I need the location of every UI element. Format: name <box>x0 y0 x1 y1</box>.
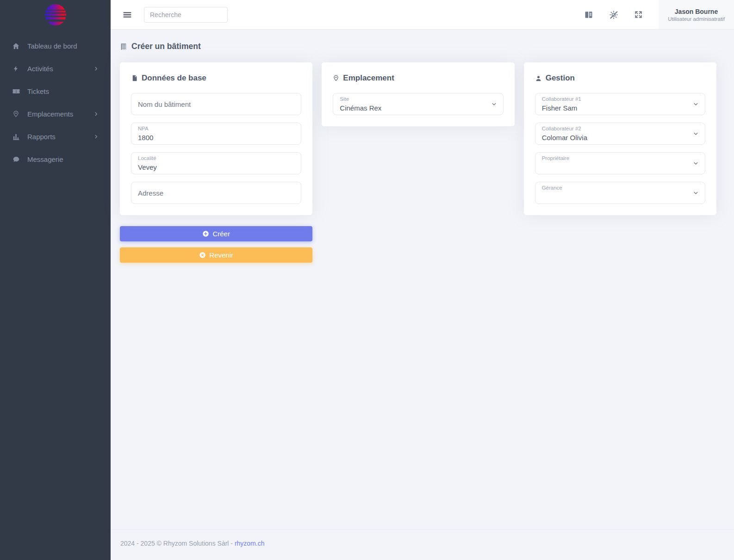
main-column: Jason Bourne Utilisateur adminisatratif … <box>111 0 734 560</box>
localite-value: Vevey <box>138 162 294 172</box>
home-icon <box>12 42 20 50</box>
proprietaire-select[interactable]: Propriétaire <box>535 152 705 174</box>
collaborateur2-select[interactable]: Collaborateur #2 Colomar Olivia <box>535 123 705 145</box>
sidebar-item-tableau-de-bord[interactable]: Tableau de bord <box>0 35 111 57</box>
localite-label: Localité <box>138 154 294 162</box>
back-button[interactable]: Revenir <box>120 247 312 263</box>
gerance-value <box>542 192 698 202</box>
search-input[interactable] <box>144 7 228 23</box>
map-pin-icon <box>12 110 20 118</box>
topbar-actions: Jason Bourne Utilisateur adminisatratif <box>584 0 734 29</box>
chevron-right-icon <box>93 66 99 71</box>
chevron-down-icon <box>491 101 497 107</box>
page-title: Créer un bâtiment <box>120 42 716 51</box>
sidebar: Tableau de bord Activités Tickets Emplac… <box>0 0 111 560</box>
sidebar-item-rapports[interactable]: Rapports <box>0 125 111 148</box>
chevron-down-icon <box>693 101 699 107</box>
sidebar-item-label: Messagerie <box>27 155 63 163</box>
gerance-select[interactable]: Gérance <box>535 182 705 204</box>
ticket-icon <box>12 88 20 95</box>
sidebar-nav: Tableau de bord Activités Tickets Emplac… <box>0 35 111 171</box>
building-icon <box>120 43 127 50</box>
sidebar-item-activites[interactable]: Activités <box>0 57 111 80</box>
chevron-down-icon <box>693 131 699 137</box>
create-button[interactable]: Créer <box>120 226 312 241</box>
map-pin-icon <box>333 74 339 82</box>
card-emplacement-title: Emplacement <box>333 74 503 83</box>
footer: 2024 - 2025 © Rhyzom Solutions Sàrl - rh… <box>111 529 734 560</box>
sidebar-item-label: Tickets <box>27 87 49 95</box>
user-menu[interactable]: Jason Bourne Utilisateur adminisatratif <box>659 0 734 29</box>
npa-value: 1800 <box>138 133 294 142</box>
user-role: Utilisateur adminisatratif <box>668 16 725 22</box>
rhyzom-link[interactable]: rhyzom.ch <box>235 540 265 547</box>
form-actions: Créer Revenir <box>120 226 312 263</box>
site-label: Site <box>340 95 496 103</box>
npa-label: NPA <box>138 125 294 133</box>
card-emplacement: Emplacement Site Cinémas Rex <box>322 62 514 126</box>
field-nom-du-batiment[interactable] <box>131 93 301 115</box>
page-content: Créer un bâtiment Données de base NPA 18… <box>111 29 734 529</box>
sidebar-item-messagerie[interactable]: Messagerie <box>0 148 111 171</box>
collaborateur1-label: Collaborateur #1 <box>542 95 698 103</box>
x-circle-icon <box>199 252 206 258</box>
card-donnees-de-base: Données de base NPA 1800 Localité Vevey <box>120 62 312 215</box>
copyright-text: 2024 - 2025 © Rhyzom Solutions Sàrl - <box>120 540 235 547</box>
card-gestion: Gestion Collaborateur #1 Fisher Sam Coll… <box>524 62 716 215</box>
book-icon[interactable] <box>584 10 593 19</box>
field-localite[interactable]: Localité Vevey <box>131 152 301 174</box>
topbar: Jason Bourne Utilisateur adminisatratif <box>111 0 734 29</box>
person-icon <box>535 75 542 82</box>
collaborateur1-select[interactable]: Collaborateur #1 Fisher Sam <box>535 93 705 115</box>
card-donnees-title: Données de base <box>131 74 301 83</box>
bar-chart-icon <box>12 133 20 141</box>
chevron-right-icon <box>93 134 99 139</box>
document-icon <box>131 74 138 82</box>
site-value: Cinémas Rex <box>340 103 496 113</box>
theme-toggle-icon[interactable] <box>609 10 618 19</box>
chevron-right-icon <box>93 111 99 117</box>
proprietaire-value <box>542 162 698 172</box>
cards-grid: Données de base NPA 1800 Localité Vevey <box>120 62 716 215</box>
proprietaire-label: Propriétaire <box>542 154 698 162</box>
nom-du-batiment-input[interactable] <box>138 100 294 108</box>
chevron-down-icon <box>693 160 699 166</box>
sidebar-item-label: Activités <box>27 65 53 73</box>
site-select[interactable]: Site Cinémas Rex <box>333 93 503 115</box>
gerance-label: Gérance <box>542 184 698 192</box>
collaborateur2-label: Collaborateur #2 <box>542 125 698 133</box>
sidebar-item-tickets[interactable]: Tickets <box>0 80 111 103</box>
card-gestion-title: Gestion <box>535 74 705 83</box>
chevron-down-icon <box>693 190 699 196</box>
menu-toggle-icon[interactable] <box>122 10 132 20</box>
logo-sphere-icon <box>45 4 66 25</box>
lightning-icon <box>12 65 20 73</box>
field-npa[interactable]: NPA 1800 <box>131 123 301 145</box>
chat-icon <box>12 156 20 163</box>
plus-circle-icon <box>202 230 209 237</box>
sidebar-item-label: Emplacements <box>27 110 73 118</box>
fullscreen-icon[interactable] <box>634 10 643 19</box>
user-name: Jason Bourne <box>675 7 718 16</box>
sidebar-item-label: Tableau de bord <box>27 42 77 50</box>
collaborateur2-value: Colomar Olivia <box>542 133 698 142</box>
sidebar-item-label: Rapports <box>27 133 56 141</box>
sidebar-item-emplacements[interactable]: Emplacements <box>0 103 111 125</box>
adresse-input[interactable] <box>138 189 294 197</box>
field-adresse[interactable] <box>131 182 301 204</box>
collaborateur1-value: Fisher Sam <box>542 103 698 113</box>
app-logo[interactable] <box>0 0 111 30</box>
